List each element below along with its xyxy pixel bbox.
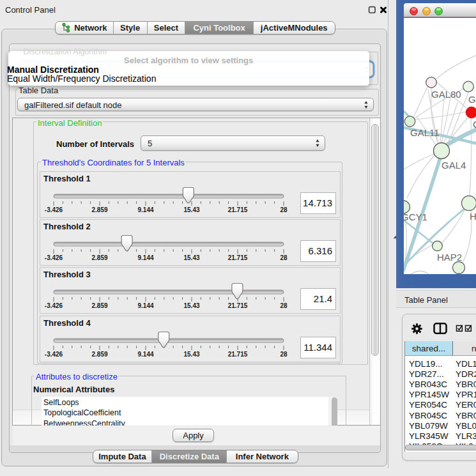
svg-text:9.144: 9.144 (137, 350, 153, 357)
svg-text:GAL11: GAL11 (410, 127, 440, 138)
svg-text:2.859: 2.859 (91, 254, 107, 261)
svg-text:GAL80: GAL80 (431, 89, 461, 100)
svg-text:HAP2: HAP2 (437, 252, 462, 263)
svg-text:-3.426: -3.426 (45, 254, 63, 261)
svg-text:9.144: 9.144 (137, 254, 153, 261)
svg-text:9.144: 9.144 (137, 206, 153, 213)
svg-text:28: 28 (280, 302, 288, 309)
svg-text:9.144: 9.144 (137, 302, 153, 309)
svg-text:21.715: 21.715 (228, 350, 248, 357)
svg-text:15.43: 15.43 (183, 302, 199, 309)
svg-text:21.715: 21.715 (228, 206, 248, 213)
svg-text:C: C (473, 119, 476, 130)
svg-text:H: H (470, 211, 476, 222)
svg-text:2.859: 2.859 (91, 302, 107, 309)
svg-text:21.715: 21.715 (228, 254, 248, 261)
svg-text:GCY1: GCY1 (404, 211, 427, 222)
svg-text:-3.426: -3.426 (45, 302, 63, 309)
svg-text:-3.426: -3.426 (45, 350, 63, 357)
svg-text:G.: G. (468, 94, 476, 105)
svg-text:28: 28 (280, 350, 288, 357)
svg-text:28: 28 (280, 206, 288, 213)
svg-text:15.43: 15.43 (183, 206, 199, 213)
svg-text:GAL4: GAL4 (441, 160, 466, 171)
svg-text:-3.426: -3.426 (45, 206, 63, 213)
svg-text:2.859: 2.859 (91, 206, 107, 213)
svg-text:15.43: 15.43 (183, 254, 199, 261)
svg-text:15.43: 15.43 (183, 350, 199, 357)
svg-text:21.715: 21.715 (228, 302, 248, 309)
svg-text:28: 28 (280, 254, 288, 261)
svg-text:2.859: 2.859 (91, 350, 107, 357)
